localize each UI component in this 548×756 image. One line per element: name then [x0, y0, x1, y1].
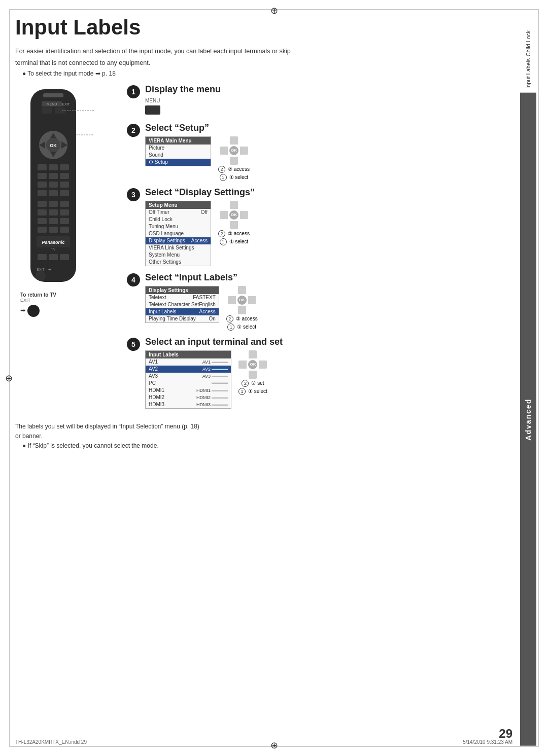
svg-text:➡: ➡	[48, 268, 51, 271]
remote-section: MENU EXIT OK	[15, 84, 117, 415]
step-1-menu-label: MENU	[145, 98, 512, 103]
sidebar-advanced-label: Advanced	[520, 93, 536, 746]
step-1-number: 1	[127, 85, 140, 98]
bottom-note-line2: or banner.	[15, 431, 512, 441]
svg-rect-33	[49, 218, 58, 224]
bottom-notes: The labels you set will be displayed in …	[15, 422, 512, 451]
svg-rect-25	[60, 190, 69, 196]
svg-rect-31	[60, 209, 69, 215]
dpad-left-5[interactable]	[238, 361, 247, 369]
top-compass-icon: ⊕	[270, 5, 278, 16]
main-content: Input Labels For easier identification a…	[15, 15, 512, 731]
dpad-left[interactable]	[220, 147, 228, 155]
step-5-menu: Input Labels AV1 AV1 ▬▬▬▬ AV2	[145, 350, 231, 409]
step-5-row-hdmi1: HDMI1 HDMI1 ▬▬▬▬	[146, 387, 231, 394]
step-3-row-5: VIERA Link Settings	[146, 244, 211, 251]
step-2-title: Select “Setup”	[145, 123, 512, 133]
step-4-content: Select “Input Labels” Display Settings T…	[145, 272, 512, 331]
svg-rect-36	[49, 227, 58, 233]
step-4-row-0: TeletextFASTEXT	[146, 294, 219, 301]
dpad-up[interactable]	[230, 136, 238, 145]
left-compass-icon: ⊕	[5, 373, 13, 384]
step-4-access-label: 2 ② access	[226, 315, 258, 322]
dpad-left-3[interactable]	[220, 211, 228, 219]
step-4-title: Select “Input Labels”	[145, 272, 512, 283]
dpad-left-4[interactable]	[228, 296, 236, 304]
step-4-body: Display Settings TeletextFASTEXT Teletex…	[145, 286, 512, 331]
svg-rect-19	[60, 173, 69, 179]
step-5-body: Input Labels AV1 AV1 ▬▬▬▬ AV2	[145, 350, 512, 409]
step-3-row-7: Other Settings	[146, 259, 211, 266]
step-4-row-1: Teletext Character SetEnglish	[146, 301, 219, 308]
step-5-row-av2: AV2 AV2 ▬▬▬▬	[146, 366, 231, 373]
step-4-row-2: Input LabelsAccess	[146, 308, 219, 315]
dpad-center-4[interactable]: OK	[237, 296, 247, 305]
step-3-title: Select “Display Settings”	[145, 187, 512, 198]
step-4-menu-title: Display Settings	[146, 286, 219, 294]
exit-button[interactable]	[27, 305, 40, 317]
step-2-number: 2	[127, 124, 140, 137]
svg-rect-21	[49, 182, 58, 188]
svg-rect-15	[49, 164, 58, 170]
intro-line1: For easier identification and selection …	[15, 47, 512, 56]
dpad-down-3[interactable]	[230, 221, 238, 229]
arrow-right-icon: ➡	[20, 307, 25, 314]
step-2-row-sound: Sound	[146, 152, 211, 159]
step-5-select-label: 1 ① select	[238, 388, 267, 395]
step-2-row-setup: ⚙ Setup	[146, 159, 211, 166]
step-5-title: Select an input terminal and set	[145, 337, 512, 347]
dpad-right[interactable]	[240, 147, 248, 155]
step-5-number: 5	[127, 338, 140, 351]
dpad-right-4[interactable]	[248, 296, 256, 304]
svg-rect-17	[38, 173, 47, 179]
step-3-menu: Setup Menu Off TimerOff Child Lock Tunin…	[145, 201, 211, 266]
sidebar-input-labels-label: Input Labels	[525, 58, 531, 89]
dpad-right-3[interactable]	[240, 211, 248, 219]
svg-rect-34	[60, 218, 69, 224]
dpad-down[interactable]	[230, 157, 238, 165]
svg-text:EXIT: EXIT	[62, 102, 70, 106]
step-1: 1 Display the menu MENU	[127, 84, 512, 117]
dpad-down-5[interactable]	[249, 371, 257, 379]
step-5: 5 Select an input terminal and set Input…	[127, 337, 512, 409]
step-4-access-select: OK 2 ② access 1 ① select	[226, 286, 258, 331]
svg-text:TV: TV	[51, 247, 56, 251]
step-4-number: 4	[127, 273, 140, 286]
step-1-content: Display the menu MENU	[145, 84, 512, 117]
intro-bullet: ● To select the input mode ➡ p. 18	[22, 70, 512, 77]
svg-rect-20	[38, 182, 47, 188]
svg-rect-29	[38, 209, 47, 215]
step-1-title: Display the menu	[145, 84, 512, 95]
step-3-number: 3	[127, 188, 140, 201]
svg-text:MENU: MENU	[47, 102, 57, 106]
step-2-content: Select “Setup” VIERA Main Menu Picture S…	[145, 123, 512, 181]
step-3-menu-title: Setup Menu	[146, 201, 211, 209]
step-5-row-hdmi3: HDMI3 HDMI3 ▬▬▬▬	[146, 401, 231, 408]
dpad-center[interactable]: OK	[229, 146, 238, 155]
menu-button-display[interactable]	[145, 105, 160, 115]
dpad-up-5[interactable]	[249, 350, 257, 358]
border-right	[538, 9, 539, 747]
step-5-row-hdmi2: HDMI2 HDMI2 ▬▬▬▬	[146, 394, 231, 401]
step-2-menu-title: VIERA Main Menu	[146, 137, 211, 145]
bottom-note-bullet: ● If “Skip” is selected, you cannot sele…	[22, 441, 512, 451]
dpad-center-5[interactable]: OK	[248, 360, 257, 369]
step-5-set-label: 2 ② set	[242, 380, 264, 387]
bottom-note-line1: The labels you set will be displayed in …	[15, 422, 512, 431]
dpad-right-5[interactable]	[259, 361, 267, 369]
step-5-row-pc: PC ▬▬▬▬	[146, 380, 231, 387]
svg-rect-18	[49, 173, 58, 179]
svg-rect-1	[43, 93, 63, 97]
dpad-up-3[interactable]	[230, 201, 238, 209]
step-4-row-3: Playing Time DisplayOn	[146, 315, 219, 322]
dpad-up-4[interactable]	[238, 286, 246, 294]
dpad-down-4[interactable]	[238, 306, 246, 314]
intro-line2: terminal that is not connected to any eq…	[15, 58, 512, 68]
step-5-dpad: OK	[238, 350, 267, 379]
svg-rect-27	[49, 201, 58, 207]
step-2-dpad: OK	[220, 136, 248, 165]
dpad-center-3[interactable]: OK	[229, 210, 238, 220]
content-area: MENU EXIT OK	[15, 84, 512, 415]
svg-rect-43	[60, 254, 69, 260]
step-2-select-label: 1 ① select	[220, 174, 249, 181]
